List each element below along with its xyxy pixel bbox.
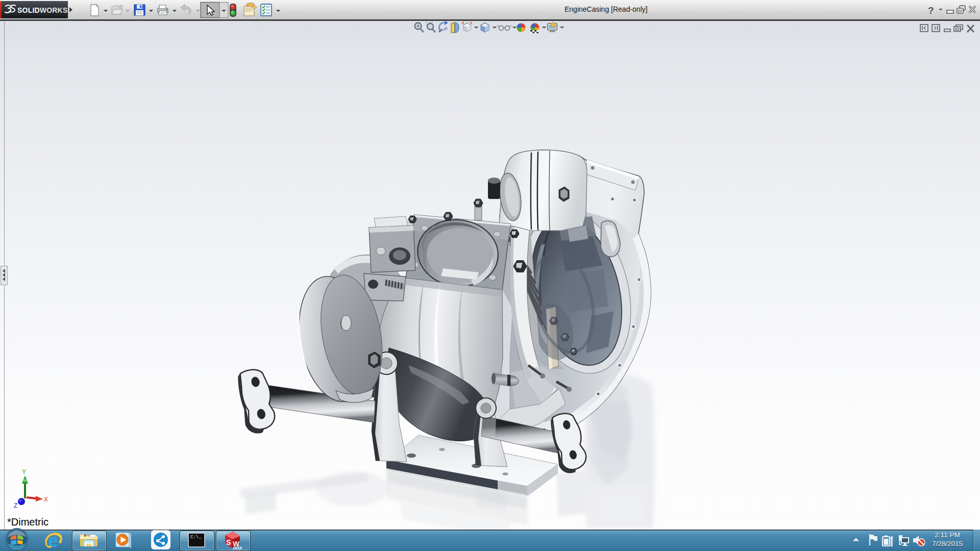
svg-text:2015: 2015 bbox=[233, 546, 242, 550]
svg-text:S: S bbox=[226, 538, 231, 546]
svg-text:Z: Z bbox=[14, 502, 17, 509]
svg-text:C:\_: C:\_ bbox=[190, 535, 202, 540]
svg-text:?: ? bbox=[928, 5, 934, 16]
svg-text:Y: Y bbox=[22, 468, 26, 475]
svg-text:X: X bbox=[44, 496, 48, 503]
